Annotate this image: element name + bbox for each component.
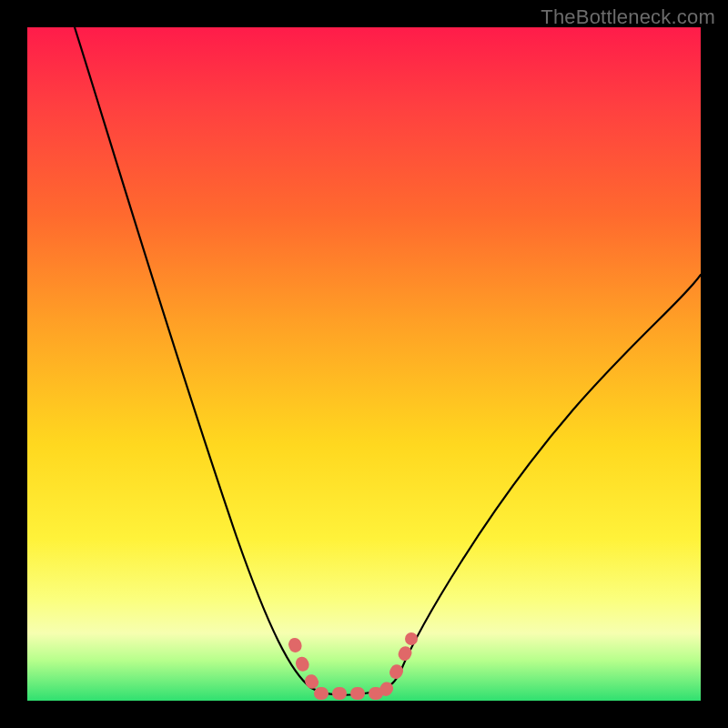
valley-marker-right [386,652,406,690]
chart-frame: TheBottleneck.com [0,0,728,728]
valley-marker-dot [405,632,418,645]
watermark-text: TheBottleneck.com [541,5,715,29]
bottleneck-curve [27,27,701,701]
valley-marker-left [295,644,320,692]
gradient-plot-area [27,27,701,701]
valley-marker-group [295,632,418,693]
curve-path [75,27,701,695]
